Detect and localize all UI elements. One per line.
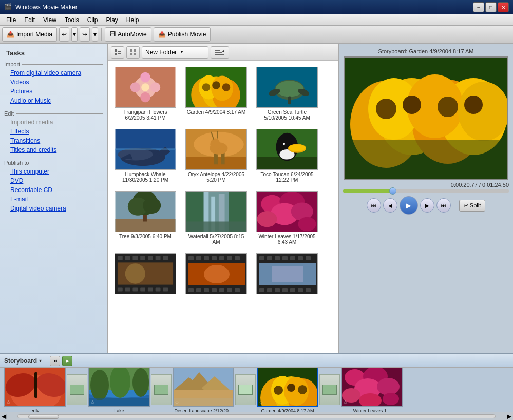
undo-icon: ↩ <box>62 31 67 38</box>
step-back-button[interactable]: ◀ <box>383 198 397 213</box>
undo-button[interactable]: ↩ <box>59 27 69 42</box>
svg-rect-106 <box>204 288 209 292</box>
list-item[interactable]: Oryx Antelope 4/22/20055:20 PM <box>183 127 250 185</box>
transition-block[interactable] <box>67 374 87 405</box>
svg-point-27 <box>202 83 211 91</box>
sidebar-digital-camera[interactable]: From digital video camera <box>0 68 107 78</box>
list-item[interactable] <box>183 251 250 296</box>
sidebar-pictures[interactable]: Pictures <box>0 87 107 96</box>
svg-point-141 <box>464 96 483 114</box>
split-button[interactable]: ✂ Split <box>459 200 485 212</box>
svg-rect-108 <box>219 288 224 292</box>
list-item[interactable]: Toco Toucan 6/24/200512:22 PM <box>254 127 320 185</box>
svg-point-77 <box>257 211 277 227</box>
sidebar-this-computer[interactable]: This computer <box>0 167 107 176</box>
svg-rect-120 <box>306 256 311 260</box>
list-item[interactable]: Winter Leaves 1/17/20056:43 AM <box>254 189 320 247</box>
import-label: Import Media <box>16 31 52 38</box>
scroll-left-button[interactable]: ◀ <box>0 412 8 420</box>
sidebar-transitions[interactable]: Transitions <box>0 136 107 145</box>
sidebar-dv-camera[interactable]: Digital video camera <box>0 204 107 213</box>
list-item[interactable]: Tree 9/3/2005 6:40 PM <box>112 189 179 247</box>
maximize-button[interactable]: □ <box>485 2 497 12</box>
sidebar-videos[interactable]: Videos <box>0 78 107 87</box>
sidebar-dvd[interactable]: DVD <box>0 176 107 185</box>
story-thumbnail[interactable]: ☆ <box>88 368 150 407</box>
publish-button[interactable]: 📤 Publish Movie <box>154 27 211 42</box>
transition-block[interactable] <box>319 374 340 405</box>
svg-rect-147 <box>34 372 37 398</box>
storyboard-start-button[interactable]: ⏮ <box>50 356 60 366</box>
menu-help[interactable]: Help <box>122 15 143 25</box>
minimize-button[interactable]: − <box>473 2 484 12</box>
scrollbar-track[interactable] <box>17 414 496 418</box>
storyboard-dropdown[interactable]: ▾ <box>39 358 42 364</box>
play-button[interactable]: ▶ <box>400 196 418 215</box>
content-toolbar: New Folder ▾ <box>108 44 338 61</box>
storyboard-play-button[interactable]: ▶ <box>62 356 72 366</box>
storyboard-item: ☆ Garden 4/9/2004 8:17 AM <box>257 368 318 412</box>
sort-button[interactable] <box>211 46 229 59</box>
story-thumbnail[interactable]: ☆ <box>4 368 66 407</box>
menu-tools[interactable]: Tools <box>61 15 83 25</box>
storyboard-header: Storyboard ▾ ⏮ ▶ <box>0 354 513 368</box>
media-thumbnail <box>256 191 318 232</box>
sidebar-titles[interactable]: Titles and credits <box>0 145 107 155</box>
redo-dropdown[interactable]: ▾ <box>92 27 98 42</box>
sidebar-recordable-cd[interactable]: Recordable CD <box>0 185 107 195</box>
svg-rect-84 <box>148 256 153 260</box>
horizontal-scrollbar: ◀ ▶ <box>0 412 513 420</box>
folder-dropdown[interactable]: New Folder ▾ <box>142 46 208 59</box>
list-item[interactable] <box>254 251 320 296</box>
rewind-button[interactable]: ⏮ <box>367 198 381 213</box>
step-forward-button[interactable]: ▶ <box>420 198 434 213</box>
story-thumbnail[interactable]: ☆ <box>341 368 403 407</box>
svg-rect-88 <box>125 288 130 292</box>
svg-rect-109 <box>227 288 232 292</box>
transition-block[interactable] <box>151 374 172 405</box>
app-title: Windows Movie Maker <box>15 4 473 11</box>
story-thumbnail[interactable]: ☆ <box>173 368 234 407</box>
sidebar-effects[interactable]: Effects <box>0 127 107 136</box>
media-thumbnail <box>115 191 176 232</box>
view-details-button[interactable] <box>111 46 124 59</box>
automovie-button[interactable]: 🎞 AutoMovie <box>105 27 151 42</box>
storyboard-item: ☆ Lake <box>88 368 150 412</box>
svg-rect-83 <box>140 256 145 260</box>
menu-view[interactable]: View <box>39 15 61 25</box>
scrubber-track[interactable] <box>343 189 509 193</box>
import-media-button[interactable]: 📥 Import Media <box>2 27 57 42</box>
sidebar-audio[interactable]: Audio or Music <box>0 96 107 105</box>
list-item[interactable]: Waterfall 5/27/2005 8:15 AM <box>183 189 250 247</box>
list-item[interactable]: Frangipani Flowers 6/2/2005 3:41 PM <box>112 65 179 123</box>
list-item[interactable]: Garden 4/9/2004 8:17 AM <box>183 65 250 123</box>
transition-block[interactable] <box>235 374 256 405</box>
menu-file[interactable]: File <box>2 15 20 25</box>
view-thumbnails-button[interactable] <box>126 46 140 59</box>
menu-play[interactable]: Play <box>102 15 122 25</box>
media-item-label: Frangipani Flowers 6/2/2005 3:41 PM <box>115 109 176 121</box>
list-item[interactable]: Humpback Whale11/30/2005 1:20 PM <box>112 127 179 185</box>
fast-forward-button[interactable]: ⏭ <box>436 198 451 213</box>
preview-scrubber[interactable] <box>341 189 511 193</box>
svg-point-175 <box>377 378 400 395</box>
redo-icon: ↪ <box>82 31 87 38</box>
list-item[interactable] <box>112 251 179 296</box>
undo-dropdown[interactable]: ▾ <box>71 27 78 42</box>
sidebar-email[interactable]: E-mail <box>0 195 107 204</box>
scrollbar-thumb[interactable] <box>28 415 59 419</box>
svg-rect-97 <box>188 256 194 260</box>
svg-point-140 <box>438 97 458 117</box>
storyboard-item: ☆ Desert Landscape 2/12/20... <box>173 368 234 412</box>
transition-preview <box>238 385 253 395</box>
menu-clip[interactable]: Clip <box>83 15 102 25</box>
story-thumbnail[interactable]: ☆ <box>257 368 318 407</box>
svg-rect-118 <box>290 256 295 260</box>
scroll-right-button[interactable]: ▶ <box>505 412 513 420</box>
close-button[interactable]: ✕ <box>498 2 509 12</box>
menu-edit[interactable]: Edit <box>20 15 39 25</box>
redo-button[interactable]: ↪ <box>80 27 90 42</box>
scrubber-handle[interactable] <box>389 187 396 195</box>
preview-title: Storyboard: Garden 4/9/2004 8:17 AM <box>378 46 474 56</box>
list-item[interactable]: Green Sea Turtle5/10/2005 10:45 AM <box>254 65 320 123</box>
